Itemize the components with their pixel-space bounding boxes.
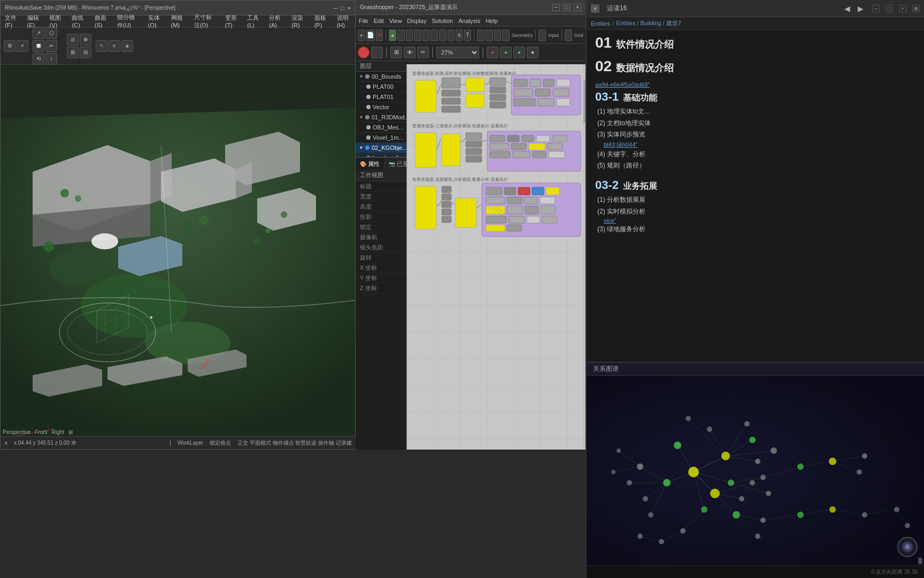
tb-snap-1[interactable]: ◎ [67, 34, 79, 45]
gh-view-2[interactable]: ● [500, 47, 512, 58]
svg-point-181 [707, 427, 712, 432]
gh-geo-5[interactable] [422, 29, 430, 41]
menu-solid[interactable]: 实体(O) [146, 13, 165, 29]
menu-curve[interactable]: 曲线(C) [70, 13, 88, 29]
nav-left-btn[interactable]: ◀ [844, 4, 850, 13]
gh-restore-btn[interactable]: □ [563, 4, 571, 11]
gh-menu-file[interactable]: File [359, 18, 368, 24]
right-restore[interactable]: □ [886, 5, 893, 12]
gh-geo-4[interactable] [414, 29, 421, 41]
gh-geo-9[interactable]: 8 [456, 29, 463, 41]
tb-snap-2[interactable]: ⊕ [80, 34, 91, 45]
gh-geo-2[interactable] [397, 29, 405, 41]
gh-view-3[interactable]: ● [513, 47, 525, 58]
tb-props[interactable]: ◈ [121, 40, 133, 52]
menu-surface[interactable]: 曲面(S) [93, 13, 111, 29]
slide-032-item2: (2) 实时模拟分析 [595, 206, 915, 218]
gh-tb-del[interactable]: ✕ [376, 29, 383, 41]
right-close[interactable]: × [899, 5, 906, 12]
vp-expand-icon[interactable]: ⊞ [68, 429, 73, 435]
tb-btn-6[interactable]: ↕ [45, 53, 57, 65]
slide-031-item1: (1) 地理实体to文… [595, 106, 915, 118]
zoom-select[interactable]: 27% [436, 47, 479, 58]
gh-menu-analysis[interactable]: Analysis [458, 18, 480, 24]
gh-geo-7[interactable] [439, 29, 446, 41]
breadcrumb-entities[interactable]: Entities [591, 20, 610, 27]
tb-btn-5[interactable]: ⟲ [33, 53, 44, 65]
prop-tab-attributes[interactable]: 🎨 属性 [356, 158, 384, 170]
menu-tools[interactable]: 工具(L) [245, 13, 263, 29]
menu-panels[interactable]: 面板(P) [312, 13, 330, 29]
right-close-btn[interactable]: × [591, 4, 599, 13]
gh-geo-10[interactable]: T [464, 29, 472, 41]
gh-close-btn[interactable]: × [574, 4, 581, 11]
tb-btn-3[interactable]: 🔲 [33, 40, 44, 52]
gh-tb-doc[interactable]: 📄 [366, 29, 375, 41]
tb-btn-4[interactable]: ✂ [45, 40, 57, 52]
link-text-1[interactable]: aa9d-e6e4f5a0ad68" [595, 81, 915, 88]
gh-minimize-btn[interactable]: ─ [552, 4, 560, 11]
menu-subd[interactable]: 细分物件(U) [115, 12, 142, 31]
worklayer-label[interactable]: WorkLayer [178, 440, 203, 446]
link-text-3[interactable]: vice" [604, 217, 915, 224]
gh-geo-6[interactable] [430, 29, 438, 41]
tb-snap-3[interactable]: ⊞ [67, 47, 79, 58]
gh-titlebar: Grasshopper - 20230725_运算器演示 ─ □ × [356, 0, 586, 15]
toolbar-settings-btn[interactable]: ⚙ [4, 40, 16, 52]
menu-dims[interactable]: 尺寸标注(D) [192, 12, 219, 31]
svg-rect-82 [486, 187, 502, 195]
gh-prim-3[interactable] [494, 29, 502, 41]
gh-geo-8[interactable] [448, 29, 455, 41]
menu-help[interactable]: 说明(H) [335, 13, 353, 29]
menu-transform[interactable]: 变形(T) [223, 13, 241, 29]
rhino-close-btn[interactable]: × [348, 5, 351, 11]
tb-layer[interactable]: ≡ [109, 40, 120, 52]
menu-file[interactable]: 文件(F) [3, 13, 21, 29]
gh-view-4[interactable]: ● [527, 47, 538, 58]
vp-front[interactable]: Front [35, 429, 47, 435]
breadcrumb-building[interactable]: Entities / Building / 建筑7 [616, 19, 681, 27]
gh-grid-1[interactable] [565, 29, 572, 41]
mouse-cursor [150, 316, 152, 318]
menu-mesh[interactable]: 网格(M) [169, 13, 188, 29]
vp-perspective[interactable]: Perspective [3, 429, 30, 435]
toolbar-x-btn[interactable]: × [17, 40, 28, 52]
gh-menu-view[interactable]: View [389, 18, 402, 24]
gh-view-color[interactable] [358, 47, 369, 58]
gh-zoom-brush[interactable]: ✏ [417, 47, 429, 58]
tb-cursor[interactable]: ↖ [96, 40, 107, 52]
rhino-viewport[interactable]: Perspective Front Right ⊞ [1, 65, 355, 437]
tb-snap-4[interactable]: ⊟ [80, 47, 91, 58]
gh-view-1[interactable]: ● [487, 47, 498, 58]
slide-01-number: 01 [595, 34, 612, 51]
gh-zoom-eye[interactable]: 👁 [404, 47, 415, 58]
link-text-2[interactable]: bl43;绿h044" [604, 141, 915, 149]
gh-zoom-fit[interactable]: ⊞ [390, 47, 402, 58]
rhino-minimize-btn[interactable]: ─ [333, 5, 337, 11]
gh-geo-1[interactable]: ● [389, 29, 396, 41]
right-minimize[interactable]: ─ [872, 5, 880, 12]
gh-menu-edit[interactable]: Edit [374, 18, 384, 24]
menu-render[interactable]: 渲染(R) [289, 13, 307, 29]
gh-prim-4[interactable] [502, 29, 510, 41]
tb-btn-1[interactable]: ↗ [33, 27, 44, 39]
gh-input-1[interactable] [538, 29, 546, 41]
gh-view-bw[interactable] [371, 47, 383, 58]
svg-point-145 [688, 467, 699, 477]
gh-canvas-area[interactable]: 普通传值器-积累-实时变化展现-分析数据展现-批量执行 [406, 64, 586, 450]
right-expand[interactable]: ⊞ [912, 5, 920, 12]
gh-tb-add[interactable]: + [358, 29, 365, 41]
gh-menu-display[interactable]: Display [407, 18, 426, 24]
vp-right[interactable]: Right [52, 429, 64, 435]
gh-geo-3[interactable] [406, 29, 413, 41]
svg-rect-51 [557, 98, 570, 106]
gh-prim-2[interactable] [486, 29, 493, 41]
gh-prim-1[interactable] [477, 29, 484, 41]
nav-right-btn[interactable]: ▶ [858, 4, 864, 13]
gh-menu-help[interactable]: Help [486, 18, 498, 24]
menu-analyze[interactable]: 分析(A) [267, 13, 285, 29]
rhino-maximize-btn[interactable]: □ [341, 5, 344, 11]
gh-menu-solution[interactable]: Solution [432, 18, 453, 24]
tb-btn-2[interactable]: ⬡ [45, 27, 57, 39]
svg-text:普通传值器-三维展示-分析展现-批量执行-批量执行: 普通传值器-三维展示-分析展现-批量执行-批量执行 [412, 124, 508, 128]
